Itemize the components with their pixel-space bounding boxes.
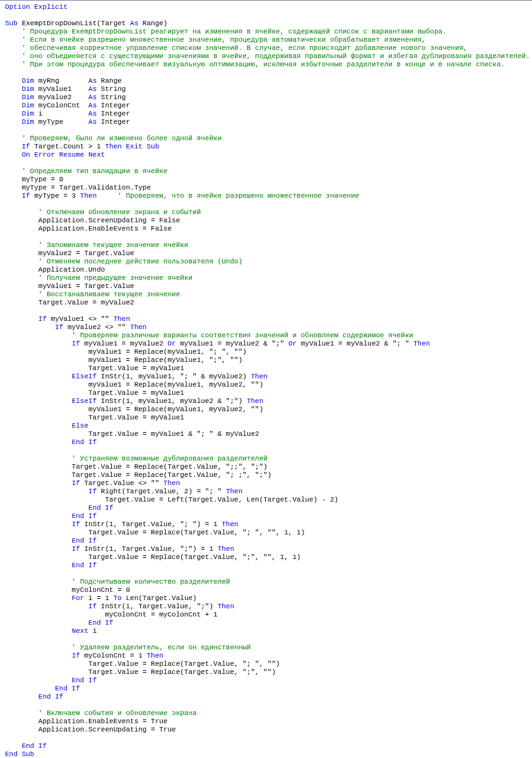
keyword-end-if: End If [72,537,97,544]
keyword-end-if: End If [72,512,97,520]
keyword-end-if: End If [21,742,47,750]
code-text: Application.EnableEvents = True [5,718,167,725]
keyword-end-sub: End Sub [5,750,34,758]
comment-line: ' Подсчитываем количество разделителей [5,578,230,586]
code-text: myColonCnt = 1 [80,652,147,659]
code-text: myValue1 = Replace(myValue1, myValue2, "… [5,406,263,413]
code-text: Target.Value = Replace(Target.Value, "; … [5,660,280,668]
code-text: InStr(1, myValue1, "; " & myValue2) [97,373,251,380]
comment-line: ' Определяем тип валидации в ячейке [5,167,167,175]
keyword-end-if: End If [72,562,97,569]
code-text: i [88,627,97,635]
sub-name: ExemptDropDownList(Target [18,20,130,27]
code-text: myColonCnt = 0 [5,586,130,594]
keyword-next: Next [72,627,88,635]
code-text: Right(Target.Value, 2) = "; " [97,488,226,495]
dim-type: Integer [97,118,130,126]
comment-line: ' Удаляем разделитель, если он единствен… [5,644,251,651]
code-text: Target.Value = myValue1 [5,364,184,372]
keyword-if: If [72,340,80,347]
comment-line: ' Получаем предыдущее значение ячейки [5,274,192,282]
keyword-then: Then [80,192,97,200]
keyword-dim: Dim [21,110,34,117]
dim-type: Integer [97,102,130,109]
code-text: Target.Value = Replace(Target.Value, ";;… [5,463,268,471]
keyword-end-if: End If [72,677,97,684]
code-text: Application.EnableEvents = False [5,225,172,232]
code-text: InStr(1, Target.Value, ";") = 1 [80,545,218,553]
keyword-then: Then [105,143,121,150]
comment-line: ' Восстанавливаем текущее значение [5,291,180,298]
comment-line: ' Запоминаем текущее значение ячейки [5,241,188,249]
code-text: Target.Value = Replace(Target.Value, ";"… [5,668,276,676]
keyword-to: To [114,594,122,602]
keyword-then: Then [222,520,238,528]
code-text: Target.Value = Replace(Target.Value, "; … [5,529,305,536]
code-text: myValue2 = Target.Value [5,250,134,257]
code-text: Application.ScreenUpdating = False [5,217,180,224]
code-text: myValue1 = Replace(myValue1, ";", "") [5,356,242,364]
code-text: myValue1 = myValue2 & ";" [176,340,288,347]
keyword-as: As [88,93,97,101]
code-text: myType = Target.Validation.Type [5,184,151,191]
keyword-on-error: On Error Resume Next [5,151,105,159]
keyword-or: Or [288,340,297,347]
keyword-then: Then [247,397,263,405]
keyword-end-if: End If [38,693,64,701]
keyword-then: Then [130,323,146,331]
code-text: myValue1 = myValue2 & "; " [297,340,413,347]
comment-line: ' Процедура ExemptDropDownList реагирует… [5,28,447,35]
code-text: Target.Value = myValue1 [5,414,184,421]
code-text: i = 1 [84,594,113,602]
keyword-if: If [88,603,97,610]
keyword-elseif: ElseIf [72,373,97,380]
comment-line: ' Включаем события и обновление экрана [5,709,197,717]
keyword-if: If [88,488,97,495]
code-text: Target.Value = Replace(Target.Value, "; … [5,471,271,479]
code-text: myValue1 = myValue2 [80,340,168,347]
code-text: InStr(1, Target.Value, "; ") = 1 [80,520,222,528]
dim-type: Range [97,77,122,85]
dim-name: myColonCnt [34,102,88,109]
code-text: InStr(i, Target.Value, ";") [97,603,217,610]
comment-inline: ' Проверяем, что в ячейке разрешено множ… [97,192,359,200]
code-text: Target.Value = myValue2 [5,299,134,306]
comment-line: ' Проверяем, было ли изменено более одно… [5,135,222,142]
keyword-then: Then [218,545,234,553]
comment-line: ' Если в ячейке разрешено множественное … [5,36,426,44]
keyword-sub: Sub [5,20,18,27]
code-text: myValue1 = Replace(myValue1, "; ", "") [5,348,247,356]
keyword-dim: Dim [21,85,34,93]
comment-line: ' Отключаем обновление экрана и событий [5,208,201,216]
comment-line: ' При этом процедура обеспечивает визуал… [5,61,505,68]
code-text: Target.Value = myValue1 & "; " & myValue… [5,430,259,438]
keyword-if: If [21,192,30,200]
dim-name: i [34,110,88,117]
code-text: myValue2 <> "" [63,323,130,331]
keyword-as: As [130,20,138,27]
keyword-as: As [88,118,97,126]
code-text: myType = 0 [5,176,63,183]
keyword-option-explicit: Option Explicit [5,3,68,11]
comment-line: ' Проверяем различные варианты соответст… [5,332,413,339]
keyword-or: Or [167,340,175,347]
code-text: Target.Value = Left(Target.Value, Len(Ta… [5,496,338,503]
keyword-if: If [72,545,80,553]
comment-line: ' Устраняем возможные дублирования разде… [5,455,268,462]
keyword-if: If [55,323,63,331]
keyword-dim: Dim [21,102,34,109]
keyword-as: As [88,102,97,109]
keyword-then: Then [146,652,163,659]
comment-line: ' обеспечивая корректное управление спис… [5,44,468,52]
keyword-then: Then [251,373,267,380]
dim-name: myValue1 [34,85,88,93]
code-text: myColonCnt = myColonCnt + 1 [5,611,218,618]
keyword-if: If [21,143,30,150]
keyword-dim: Dim [21,77,34,85]
code-text: InStr(1, myValue1, myValue2 & ";") [97,397,247,405]
code-editor: Option Explicit Sub ExemptDropDownList(T… [0,0,532,758]
code-text: myType = 3 [30,192,80,200]
keyword-then: Then [218,603,234,610]
keyword-elseif: ElseIf [72,397,97,405]
dim-type: String [97,85,126,93]
